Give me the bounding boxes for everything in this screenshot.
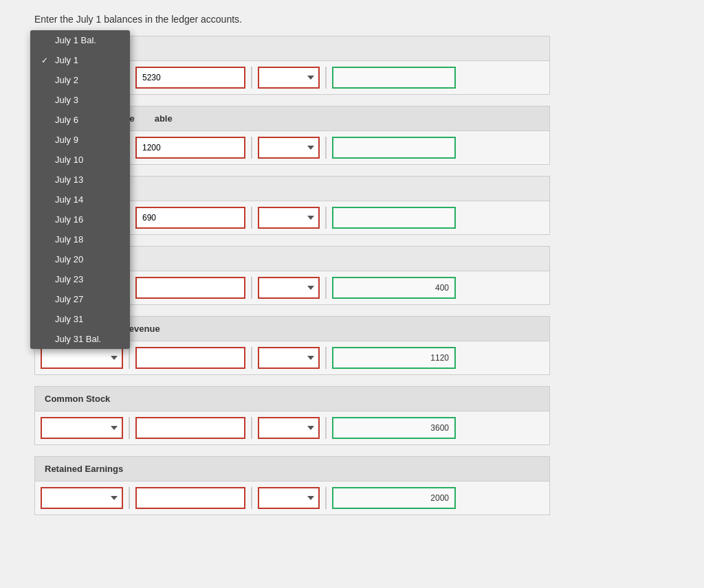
menu-item-july-9[interactable]: July 9 <box>30 130 130 150</box>
menu-item-july-3[interactable]: July 3 <box>30 90 130 110</box>
drcr-select-unearned[interactable]: Dr Cr <box>258 347 320 369</box>
date-select-unearned[interactable]: July 1 <box>41 347 123 369</box>
divider-19 <box>129 487 130 509</box>
balance-display-1 <box>332 67 456 89</box>
menu-item-label: July 6 <box>55 115 78 125</box>
drcr-select-3[interactable]: Dr Cr <box>258 207 320 229</box>
divider-8 <box>251 207 252 229</box>
amount-input-unearned[interactable] <box>135 347 245 369</box>
menu-item-label: July 16 <box>55 214 83 225</box>
menu-item-label: July 1 Bal. <box>55 35 96 45</box>
divider-21 <box>325 487 327 509</box>
balance-display-receivable <box>332 137 456 159</box>
divider-16 <box>129 417 130 439</box>
menu-item-july-18[interactable]: July 18 <box>30 229 130 249</box>
divider-13 <box>129 347 130 369</box>
menu-item-label: July 1 <box>55 55 78 65</box>
menu-item-july-1-bal.[interactable]: July 1 Bal. <box>30 30 130 50</box>
balance-display-4: 400 <box>332 277 456 299</box>
menu-item-label: July 13 <box>55 174 83 185</box>
menu-item-july-6[interactable]: July 6 <box>30 110 130 130</box>
menu-item-label: July 31 <box>55 314 83 324</box>
menu-item-july-31-bal.[interactable]: July 31 Bal. <box>30 329 130 349</box>
account-row-common-stock: July 1 Dr Cr 3600 <box>34 411 550 445</box>
menu-item-july-2[interactable]: July 2 <box>30 70 130 90</box>
divider-11 <box>251 277 252 299</box>
instruction-text: Enter the July 1 balances in the ledger … <box>34 14 550 25</box>
account-row-retained-earnings: July 1 Dr Cr 2000 <box>34 482 550 515</box>
balance-display-unearned: 1120 <box>332 347 456 369</box>
date-select-retained-earnings[interactable]: July 1 <box>41 487 123 509</box>
menu-item-label: July 23 <box>55 274 83 284</box>
balance-display-3 <box>332 207 456 229</box>
menu-item-label: July 3 <box>55 95 78 105</box>
account-header-retained-earnings: Retained Earnings <box>34 456 550 482</box>
divider-17 <box>251 417 252 439</box>
divider-18 <box>325 417 327 439</box>
menu-item-july-10[interactable]: July 10 <box>30 150 130 170</box>
menu-item-july-27[interactable]: July 27 <box>30 289 130 309</box>
amount-input-1[interactable] <box>135 67 245 89</box>
menu-item-label: July 10 <box>55 155 83 165</box>
drcr-select-retained-earnings[interactable]: Dr Cr <box>258 487 320 509</box>
menu-item-label: July 31 Bal. <box>55 334 101 344</box>
divider-20 <box>251 487 252 509</box>
page-container: Enter the July 1 balances in the ledger … <box>0 0 564 540</box>
menu-item-label: July 20 <box>55 254 83 264</box>
divider-3 <box>325 67 327 89</box>
menu-item-july-20[interactable]: July 20 <box>30 249 130 269</box>
drcr-select-4[interactable]: Dr Cr <box>258 277 320 299</box>
checkmark-icon: ✓ <box>41 56 51 65</box>
menu-item-july-13[interactable]: July 13 <box>30 170 130 190</box>
menu-item-july-1[interactable]: ✓July 1 <box>30 50 130 70</box>
divider-12 <box>325 277 327 299</box>
drcr-select-1[interactable]: Dr Cr <box>258 67 320 89</box>
menu-item-july-16[interactable]: July 16 <box>30 210 130 229</box>
account-section-common-stock: Common Stock July 1 Dr Cr 3600 <box>34 386 550 445</box>
menu-item-july-31[interactable]: July 31 <box>30 309 130 329</box>
menu-item-label: July 27 <box>55 294 83 304</box>
date-select-common-stock[interactable]: July 1 <box>41 417 123 439</box>
divider-15 <box>325 347 327 369</box>
divider-6 <box>325 137 327 159</box>
drcr-select-common-stock[interactable]: Dr Cr <box>258 417 320 439</box>
amount-input-4[interactable] <box>135 277 245 299</box>
menu-item-label: July 9 <box>55 135 78 145</box>
amount-input-retained-earnings[interactable] <box>135 487 245 509</box>
amount-input-common-stock[interactable] <box>135 417 245 439</box>
menu-item-july-23[interactable]: July 23 <box>30 269 130 289</box>
account-section-retained-earnings: Retained Earnings July 1 Dr Cr 2000 <box>34 456 550 515</box>
divider-9 <box>325 207 327 229</box>
amount-input-receivable[interactable] <box>135 137 245 159</box>
divider-5 <box>251 137 252 159</box>
date-dropdown-menu[interactable]: July 1 Bal.✓July 1July 2July 3July 6July… <box>30 30 130 349</box>
divider-14 <box>251 347 252 369</box>
balance-display-common-stock: 3600 <box>332 417 456 439</box>
divider-2 <box>251 67 252 89</box>
menu-item-label: July 2 <box>55 75 78 85</box>
menu-item-label: July 18 <box>55 234 83 245</box>
menu-item-label: July 14 <box>55 194 83 205</box>
menu-item-july-14[interactable]: July 14 <box>30 190 130 210</box>
amount-input-3[interactable] <box>135 207 245 229</box>
account-header-common-stock: Common Stock <box>34 386 550 411</box>
balance-display-retained-earnings: 2000 <box>332 487 456 509</box>
drcr-select-receivable[interactable]: Dr Cr <box>258 137 320 159</box>
